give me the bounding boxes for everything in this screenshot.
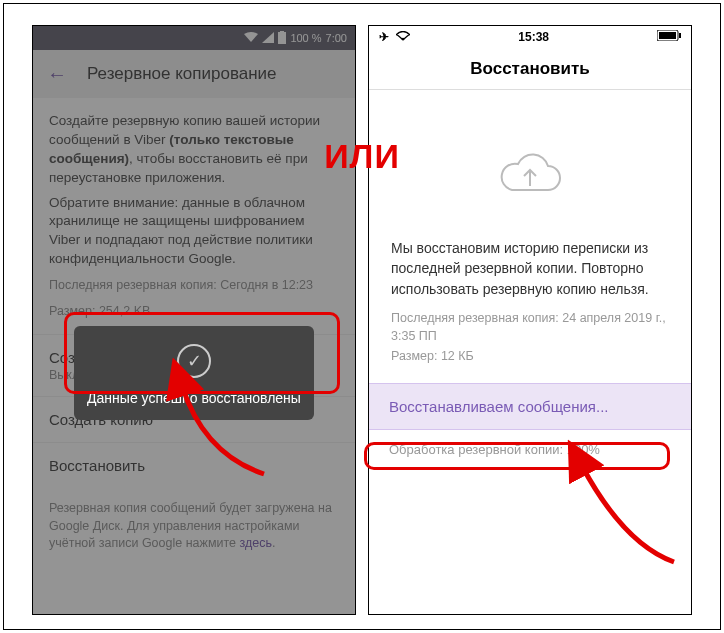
intro-warning: Обратите внимание: данные в облачном хра…	[49, 195, 313, 267]
restoring-status-bar: Восстанавливаем сообщения...	[369, 383, 691, 430]
ios-body: Мы восстановим историю переписки из посл…	[369, 90, 691, 383]
svg-rect-5	[679, 33, 681, 38]
restore-label: Восстановить	[49, 457, 339, 474]
clock: 15:38	[518, 30, 549, 44]
wifi-icon	[396, 30, 410, 44]
page-title: Резервное копирование	[87, 64, 277, 84]
last-backup-text: Последняя резервная копия: Сегодня в 12:…	[49, 277, 339, 295]
ios-screen: ✈ 15:38 Восстановить Мы восстановим исто…	[368, 25, 692, 615]
battery-percent: 100 %	[290, 32, 321, 44]
footer-link[interactable]: здесь	[239, 536, 271, 550]
progress-label: Обработка резервной копии:	[389, 442, 567, 457]
success-toast: ✓ Данные успешно восстановлены	[74, 326, 314, 420]
svg-point-2	[402, 38, 404, 40]
check-icon: ✓	[177, 344, 211, 378]
footer-text: Резервная копия сообщений будет загружен…	[33, 488, 355, 567]
toast-text: Данные успешно восстановлены	[86, 390, 302, 406]
back-arrow-icon[interactable]: ←	[47, 63, 67, 86]
last-backup-text: Последняя резервная копия: 24 апреля 201…	[391, 309, 669, 345]
ios-statusbar: ✈ 15:38	[369, 26, 691, 48]
battery-icon	[278, 31, 286, 46]
ios-header: Восстановить	[369, 48, 691, 90]
restore-info-text: Мы восстановим историю переписки из посл…	[391, 238, 669, 299]
battery-icon	[657, 30, 681, 44]
svg-rect-4	[659, 32, 676, 39]
status-left-icons: ✈	[379, 30, 410, 44]
wifi-icon	[244, 32, 258, 45]
android-header: ← Резервное копирование	[33, 50, 355, 98]
footer-pre: Резервная копия сообщений будет загружен…	[49, 501, 332, 550]
progress-value: 100%	[567, 442, 600, 457]
svg-rect-0	[278, 32, 286, 44]
restore-row[interactable]: Восстановить	[33, 442, 355, 488]
svg-rect-1	[280, 31, 284, 32]
intro-text-block: Создайте резервную копию вашей истории с…	[33, 98, 355, 334]
page-title: Восстановить	[470, 59, 589, 79]
backup-size-text: Размер: 12 КБ	[391, 347, 669, 365]
airplane-icon: ✈	[379, 30, 389, 44]
cell-signal-icon	[262, 32, 274, 45]
android-screen: 100 % 7:00 ← Резервное копирование Созда…	[32, 25, 356, 615]
android-statusbar: 100 % 7:00	[33, 26, 355, 50]
restoring-label: Восстанавливаем сообщения...	[389, 398, 609, 415]
footer-post: .	[272, 536, 275, 550]
connector-or-text: ИЛИ	[324, 137, 400, 176]
backup-size-text: Размер: 254,2 KB	[49, 303, 339, 321]
clock: 7:00	[326, 32, 347, 44]
progress-row: Обработка резервной копии: 100%	[369, 430, 691, 469]
page-frame: 100 % 7:00 ← Резервное копирование Созда…	[3, 3, 721, 630]
cloud-upload-icon	[498, 150, 562, 198]
